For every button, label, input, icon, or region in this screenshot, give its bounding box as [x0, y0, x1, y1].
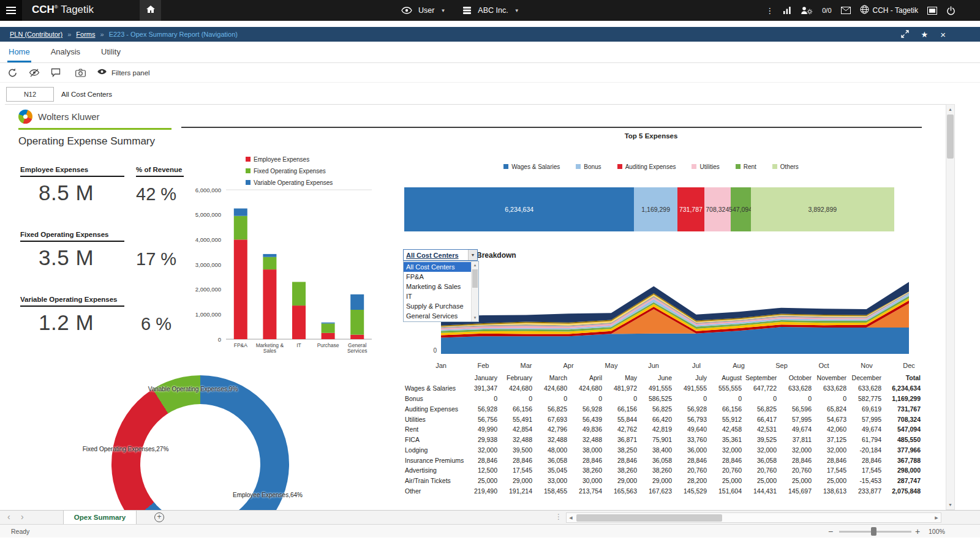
formula-bar-row: N12 All Cost Centers — [0, 84, 980, 104]
breadcrumb-link-forms[interactable]: Forms — [76, 31, 95, 38]
x-axis-month-label: Mar — [517, 362, 535, 369]
value-cell: 75,901 — [639, 435, 674, 445]
filters-panel-toggle[interactable]: Filters panel — [97, 69, 150, 77]
top5-segment-value: 3,892,899 — [808, 206, 837, 213]
kebab-menu-icon[interactable]: ⋮ — [766, 6, 774, 15]
value-cell: 28,846 — [674, 455, 709, 465]
sheet-tab-opex-summary[interactable]: Opex Summary — [63, 511, 137, 524]
value-cell: 151,604 — [709, 486, 744, 497]
home-icon — [146, 5, 156, 16]
cost-center-dropdown[interactable]: All Cost Centers ▼ — [403, 249, 478, 261]
close-icon[interactable]: × — [940, 31, 946, 39]
formula-bar-value[interactable]: All Cost Centers — [61, 87, 112, 102]
table-row: FICA29,93832,48832,48832,48836,87175,901… — [403, 435, 922, 445]
user-settings-icon[interactable] — [801, 6, 813, 15]
topbar-actions: ⋮ 0/0 CCH - Tagetik — [766, 0, 956, 21]
value-cell: 49,674 — [848, 424, 883, 435]
value-cell: 67,693 — [534, 414, 569, 424]
legend-swatch — [246, 157, 251, 162]
dropdown-option[interactable]: All Cost Centers — [404, 262, 471, 272]
favorite-star-icon[interactable]: ★ — [921, 30, 929, 39]
value-cell: 69,619 — [848, 403, 883, 414]
value-cell: 29,000 — [639, 476, 674, 486]
status-text: Ready — [11, 528, 29, 535]
tab-home[interactable]: Home — [7, 47, 31, 62]
dropdown-option[interactable]: IT — [404, 291, 471, 301]
refresh-icon[interactable] — [7, 68, 18, 78]
value-cell: 424,680 — [569, 383, 604, 394]
vertical-scrollbar[interactable]: ▲ ▼ — [946, 104, 955, 510]
user-menu[interactable]: User — [418, 6, 434, 15]
cell-reference-box[interactable]: N12 — [6, 87, 54, 102]
value-cell: 391,347 — [464, 383, 499, 394]
tab-analysis[interactable]: Analysis — [50, 47, 81, 62]
zoom-out-button[interactable]: − — [828, 527, 833, 536]
brand-tagetik: Tagetik — [61, 4, 94, 15]
home-button[interactable] — [140, 0, 161, 21]
dropdown-option[interactable]: Supply & Purchase — [404, 301, 471, 311]
total-cell: 731,767 — [883, 403, 922, 414]
total-cell: 367,788 — [883, 455, 922, 465]
legend-label: Rent — [744, 163, 756, 170]
value-cell: 0 — [778, 394, 813, 404]
dropdown-option[interactable]: FP&A — [404, 272, 471, 282]
kpi-pct-employee: 42 % — [136, 184, 176, 204]
svg-text:0: 0 — [218, 336, 221, 343]
legend-label: Auditing Expenses — [625, 163, 676, 170]
horizontal-scroll-thumb[interactable] — [576, 514, 722, 522]
equalizer-icon[interactable] — [783, 6, 791, 15]
breadcrumb: PLN (Contributor) » Forms » E223 - Opex … — [0, 27, 980, 42]
scroll-down-icon[interactable]: ▼ — [472, 314, 478, 321]
value-cell: 28,846 — [464, 455, 499, 465]
value-cell: 56,928 — [674, 403, 709, 414]
value-cell: 647,722 — [744, 383, 778, 394]
zoom-in-button[interactable]: + — [915, 527, 920, 536]
dropdown-option[interactable]: General Services — [404, 311, 471, 321]
vertical-scroll-thumb[interactable] — [947, 114, 954, 159]
comments-icon[interactable] — [51, 68, 61, 77]
toolbar: Filters panel — [0, 63, 980, 83]
dropdown-option[interactable]: Marketing & Sales — [404, 282, 471, 291]
zoom-slider-thumb[interactable] — [871, 527, 876, 536]
environment-menu[interactable]: CCH - Tagetik — [860, 5, 918, 17]
x-axis-month-label: Feb — [474, 362, 492, 369]
sheet-nav-next[interactable]: › — [21, 512, 24, 522]
x-axis-month-label: Dec — [900, 362, 918, 369]
x-axis-month-label: Jan — [432, 362, 450, 369]
company-menu[interactable]: ABC Inc. — [478, 6, 508, 15]
value-cell: 424,680 — [534, 383, 569, 394]
scroll-left-icon[interactable]: ◀ — [567, 513, 575, 522]
top5-bar-segment: 6,234,634 — [404, 187, 634, 231]
breadcrumb-link-pln[interactable]: PLN (Contributor) — [10, 31, 62, 38]
tab-utility[interactable]: Utility — [100, 47, 122, 62]
window-icon[interactable] — [927, 7, 937, 15]
sheet-nav-prev[interactable]: ‹ — [7, 512, 10, 522]
expand-icon[interactable] — [901, 30, 909, 39]
mail-icon[interactable] — [841, 7, 851, 14]
value-cell: 56,928 — [464, 403, 499, 414]
dropdown-arrow-icon[interactable]: ▼ — [468, 250, 477, 260]
horizontal-scrollbar[interactable]: ◀ ▶ — [566, 512, 941, 523]
value-cell: 25,000 — [778, 476, 813, 486]
scroll-up-icon[interactable]: ▲ — [946, 105, 954, 114]
scroll-up-icon[interactable]: ▲ — [472, 261, 478, 269]
legend-label: Utilities — [699, 163, 719, 170]
value-cell: 42,854 — [499, 424, 534, 435]
snapshot-icon[interactable] — [75, 69, 86, 77]
add-sheet-button[interactable]: + — [154, 512, 164, 522]
dropdown-scroll-thumb[interactable] — [472, 269, 478, 288]
hamburger-menu-button[interactable] — [0, 0, 22, 21]
value-cell: 555,555 — [709, 383, 744, 394]
power-icon[interactable] — [946, 6, 956, 15]
dropdown-scrollbar[interactable]: ▲ ▼ — [471, 261, 478, 321]
legend-swatch — [246, 168, 251, 173]
legend-label: Wages & Salaries — [511, 163, 560, 170]
scroll-down-icon[interactable]: ▼ — [946, 500, 954, 509]
tabbar-drag-handle[interactable]: ⋮ — [555, 512, 562, 521]
preview-icon[interactable] — [29, 69, 40, 77]
legend-item: Variable Operating Expenses — [246, 178, 333, 187]
total-cell: 2,075,848 — [883, 486, 922, 497]
scroll-right-icon[interactable]: ▶ — [932, 513, 941, 522]
wolters-kluwer-logo: Wolters Kluwer — [18, 110, 100, 124]
value-cell: 17,545 — [848, 465, 883, 476]
